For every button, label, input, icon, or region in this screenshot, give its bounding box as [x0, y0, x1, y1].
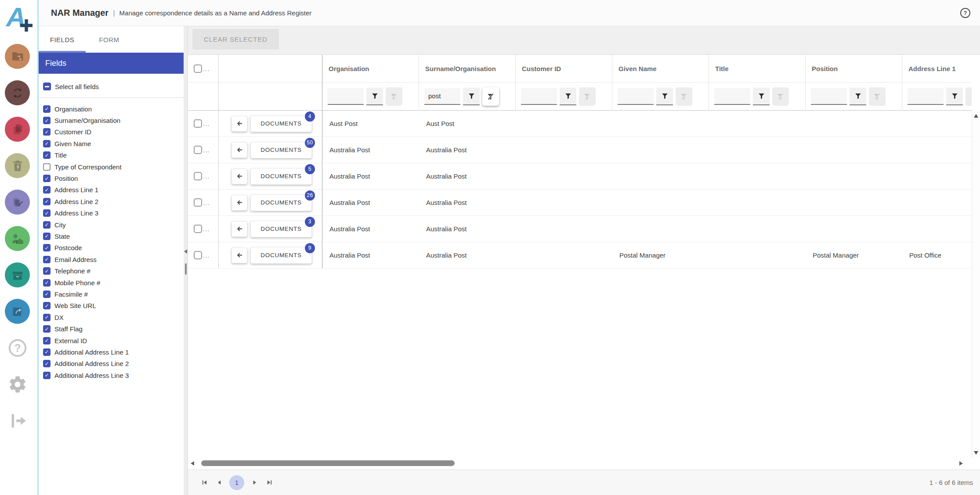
documents-button[interactable]: DOCUMENTS 5 [250, 168, 312, 185]
field-checkbox[interactable]: ✓ [43, 291, 51, 298]
filter-input-position[interactable] [811, 88, 847, 105]
field-checkbox-item[interactable]: ✓ Address Line 2 [43, 196, 184, 207]
field-checkbox[interactable]: ✓ [43, 348, 51, 356]
field-checkbox-item[interactable]: ✓ Web Site URL [43, 300, 184, 312]
field-checkbox-item[interactable]: ✓ Additional Address Line 3 [43, 369, 184, 381]
filter-input-customer-id[interactable] [521, 88, 557, 105]
field-checkbox-item[interactable]: ✓ Additional Address Line 2 [43, 358, 184, 369]
row-checkbox[interactable] [194, 251, 202, 259]
collapse-row-button[interactable] [231, 142, 247, 158]
clear-filter-button-position[interactable] [869, 87, 886, 106]
field-checkbox[interactable]: ✓ [43, 186, 51, 194]
archive-box-icon[interactable] [5, 262, 30, 287]
collapse-row-button[interactable] [231, 169, 247, 184]
select-all-fields[interactable]: Select all fields [39, 74, 184, 93]
row-checkbox[interactable] [194, 119, 202, 128]
column-header-customer-id[interactable]: Customer ID [516, 55, 612, 82]
last-page-button[interactable] [262, 475, 277, 490]
column-header-given-name[interactable]: Given Name [612, 55, 709, 82]
field-checkbox-item[interactable]: ✓ Type of Correspondent [43, 161, 184, 172]
filter-input-surname-organisation[interactable] [424, 88, 460, 105]
filter-menu-button-position[interactable] [850, 88, 866, 105]
collapse-row-button[interactable] [231, 116, 247, 132]
field-checkbox-item[interactable]: ✓ City [43, 219, 184, 230]
select-all-rows-checkbox[interactable] [194, 65, 202, 73]
field-checkbox-item[interactable]: ✓ Surname/Organisation [43, 115, 184, 126]
field-checkbox[interactable]: ✓ [43, 209, 51, 217]
field-checkbox[interactable]: ✓ [43, 256, 51, 263]
edit-documents-icon[interactable] [5, 190, 30, 215]
first-page-button[interactable] [197, 475, 212, 490]
scroll-up-icon[interactable] [974, 114, 978, 118]
column-header-title[interactable]: Title [709, 55, 806, 82]
clear-filter-button-organisation[interactable] [386, 87, 402, 106]
purge-trash-icon[interactable] [5, 153, 30, 178]
field-checkbox-item[interactable]: ✓ Postcode [43, 242, 184, 254]
next-page-button[interactable] [247, 475, 262, 490]
vertical-scrollbar[interactable] [972, 111, 980, 458]
field-checkbox-item[interactable]: ✓ Telephone # [43, 265, 184, 276]
field-checkbox-item[interactable]: ✓ Facsimile # [43, 288, 184, 300]
filter-menu-button-customer-id[interactable] [560, 88, 576, 105]
field-checkbox[interactable]: ✓ [43, 233, 51, 240]
field-checkbox[interactable]: ✓ [43, 267, 51, 275]
field-checkbox-item[interactable]: ✓ Mobile Phone # [43, 277, 184, 288]
field-checkbox-item[interactable]: ✓ Address Line 1 [43, 184, 184, 196]
scroll-left-icon[interactable] [191, 461, 194, 466]
clear-selected-button[interactable]: CLEAR SELECTED [192, 29, 279, 50]
scroll-down-icon[interactable] [974, 451, 978, 455]
field-checkbox-item[interactable]: ✓ Email Address [43, 254, 184, 265]
filter-input-organisation[interactable] [328, 88, 364, 105]
horizontal-scrollbar[interactable] [188, 458, 972, 470]
column-header-position[interactable]: Position [806, 55, 902, 82]
row-checkbox[interactable] [194, 198, 202, 207]
row-checkbox[interactable] [194, 225, 202, 233]
field-checkbox[interactable]: ✓ [43, 105, 51, 113]
client-register-icon[interactable] [5, 226, 30, 251]
clear-filter-button-surname-organisation[interactable] [482, 87, 499, 106]
field-checkbox[interactable]: ✓ [43, 302, 51, 309]
help-icon[interactable]: ? [5, 335, 30, 360]
documents-button[interactable]: DOCUMENTS 9 [250, 247, 312, 264]
field-checkbox-item[interactable]: ✓ Title [43, 150, 184, 161]
field-checkbox-item[interactable]: ✓ Staff Flag [43, 323, 184, 334]
field-checkbox[interactable]: ✓ [43, 221, 51, 229]
row-checkbox[interactable] [194, 146, 202, 154]
tab-fields[interactable]: FIELDS [39, 26, 86, 53]
folder-transfer-icon[interactable] [5, 44, 30, 69]
field-checkbox-item[interactable]: ✓ DX [43, 312, 184, 323]
filter-menu-button-organisation[interactable] [366, 88, 383, 105]
field-checkbox-item[interactable]: ✓ Additional Address Line 1 [43, 346, 184, 358]
logout-icon[interactable] [5, 408, 30, 433]
collapse-panel-icon[interactable] [184, 249, 187, 254]
collapse-row-button[interactable] [231, 248, 247, 263]
field-checkbox-item[interactable]: ✓ State [43, 230, 184, 242]
field-checkbox-item[interactable]: ✓ Address Line 3 [43, 208, 184, 219]
field-checkbox[interactable]: ✓ [43, 244, 51, 251]
export-box-icon[interactable] [5, 299, 30, 324]
field-checkbox[interactable]: ✓ [43, 360, 51, 367]
column-header-surname-organisation[interactable]: Surname/Organisation [419, 55, 516, 82]
recycle-records-icon[interactable] [5, 80, 30, 105]
documents-button[interactable]: DOCUMENTS 4 [250, 115, 312, 132]
previous-page-button[interactable] [212, 475, 227, 490]
clear-filter-button-title[interactable] [772, 87, 789, 106]
select-all-checkbox-indeterminate[interactable] [43, 82, 51, 90]
field-checkbox[interactable]: ✓ [43, 279, 51, 287]
documents-button[interactable]: DOCUMENTS 26 [250, 194, 312, 211]
horizontal-scrollbar-thumb[interactable] [201, 460, 455, 466]
filter-input-given-name[interactable] [618, 88, 654, 105]
field-checkbox-item[interactable]: ✓ Given Name [43, 138, 184, 149]
documents-button[interactable]: DOCUMENTS 3 [250, 221, 312, 237]
help-icon[interactable]: ? [960, 8, 970, 18]
field-checkbox[interactable]: ✓ [43, 163, 51, 171]
panel-splitter[interactable] [184, 26, 188, 495]
clear-filter-button-customer-id[interactable] [579, 87, 596, 106]
filter-menu-button-title[interactable] [753, 88, 770, 105]
field-checkbox[interactable]: ✓ [43, 314, 51, 321]
clear-filter-button-address-line-1[interactable] [966, 87, 972, 106]
column-header-address-line-1[interactable]: Address Line 1 [902, 55, 972, 82]
field-checkbox-item[interactable]: ✓ Organisation [43, 103, 184, 115]
settings-gear-icon[interactable] [5, 372, 30, 397]
filter-input-address-line-1[interactable] [908, 88, 944, 105]
